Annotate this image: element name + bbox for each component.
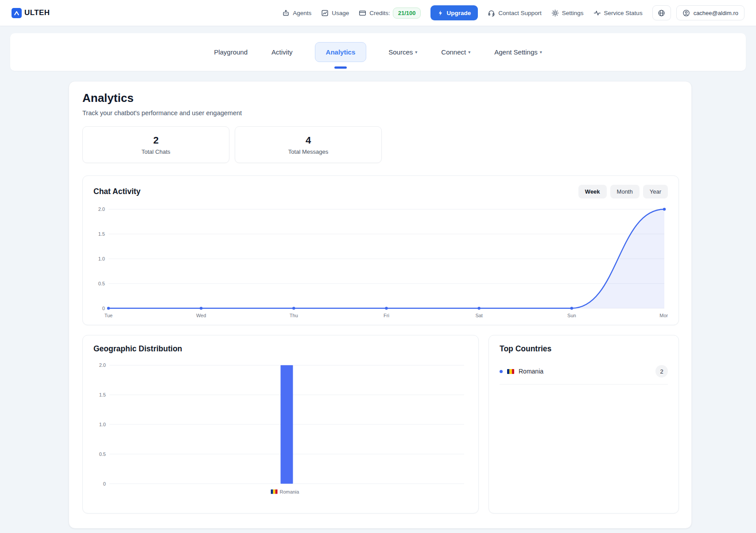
range-week-button[interactable]: Week	[578, 185, 607, 198]
stat-total-chats: 2 Total Chats	[82, 126, 229, 163]
svg-text:1.0: 1.0	[98, 256, 105, 261]
svg-text:0: 0	[102, 306, 105, 311]
svg-text:0: 0	[103, 481, 106, 486]
line-chart-icon	[321, 9, 329, 17]
nav-contact-support-label: Contact Support	[498, 10, 542, 16]
credits-label: Credits:	[369, 10, 390, 16]
tab-bar: Playground Activity Analytics Sources▾ C…	[10, 33, 746, 71]
credits-indicator: Credits: 21/100	[359, 8, 421, 19]
nav-agents[interactable]: Agents	[282, 9, 311, 17]
country-name: Romania	[519, 368, 543, 375]
svg-text:Romania: Romania	[280, 489, 300, 494]
chevron-down-icon: ▾	[415, 50, 417, 54]
chat-activity-panel: Chat Activity Week Month Year 00.51.01.5…	[82, 175, 679, 325]
svg-text:Thu: Thu	[290, 313, 298, 318]
svg-text:2.0: 2.0	[98, 206, 105, 212]
svg-text:Mon: Mon	[659, 313, 668, 318]
range-year-button[interactable]: Year	[643, 185, 668, 198]
nav-agents-label: Agents	[293, 10, 311, 16]
nav-service-status-label: Service Status	[604, 10, 643, 16]
range-toggle-group: Week Month Year	[578, 185, 668, 198]
app-header: ULTEH Agents Usage	[0, 0, 756, 26]
language-button[interactable]	[652, 5, 671, 20]
page-title: Analytics	[82, 91, 678, 105]
brand-logo[interactable]: ULTEH	[12, 8, 50, 18]
globe-icon	[658, 9, 665, 17]
credit-card-icon	[359, 9, 366, 17]
tab-agent-settings[interactable]: Agent Settings▾	[492, 43, 544, 62]
svg-text:0.5: 0.5	[98, 281, 105, 286]
lightning-bolt-icon	[438, 10, 443, 16]
svg-text:1.5: 1.5	[99, 392, 106, 397]
list-item-country: Romania 2	[500, 365, 668, 385]
top-countries-title: Top Countries	[500, 344, 668, 354]
tab-sources-label: Sources	[388, 48, 413, 56]
range-month-button[interactable]: Month	[610, 185, 640, 198]
tab-sources[interactable]: Sources▾	[387, 43, 419, 62]
svg-text:Sun: Sun	[567, 313, 576, 318]
credits-value-badge: 21/100	[393, 8, 421, 19]
svg-text:1.5: 1.5	[98, 231, 105, 237]
stat-total-chats-label: Total Chats	[141, 148, 170, 155]
brand-name: ULTEH	[24, 8, 50, 17]
country-count-badge: 2	[655, 365, 668, 377]
stat-total-messages-value: 4	[306, 135, 311, 146]
nav-settings-label: Settings	[562, 10, 584, 16]
svg-text:Fri: Fri	[384, 313, 389, 318]
page-subtitle: Track your chatbot's performance and use…	[82, 109, 678, 117]
user-email: cachee@aldim.ro	[694, 10, 738, 16]
tab-activity-label: Activity	[271, 48, 293, 56]
tab-playground[interactable]: Playground	[212, 43, 249, 62]
user-account-button[interactable]: cachee@aldim.ro	[676, 5, 744, 20]
analytics-page-card: Analytics Track your chatbot's performan…	[69, 81, 692, 529]
tab-analytics[interactable]: Analytics	[315, 42, 367, 62]
tab-agent-settings-label: Agent Settings	[494, 48, 538, 56]
person-circle-icon	[682, 9, 690, 17]
gear-icon	[551, 9, 559, 17]
brand-logo-icon	[12, 8, 22, 18]
nav-service-status[interactable]: Service Status	[593, 9, 643, 17]
robot-icon	[282, 9, 290, 17]
svg-text:0.5: 0.5	[99, 451, 106, 457]
chat-activity-title: Chat Activity	[93, 187, 140, 196]
nav-contact-support[interactable]: Contact Support	[488, 9, 542, 17]
nav-usage[interactable]: Usage	[321, 9, 349, 17]
stats-row: 2 Total Chats 4 Total Messages	[82, 126, 678, 163]
tab-connect[interactable]: Connect▾	[439, 43, 472, 62]
geographic-distribution-panel: Geographic Distribution 00.51.01.52.0Rom…	[82, 335, 479, 514]
romania-flag-icon	[507, 369, 514, 374]
geographic-distribution-bar-chart: 00.51.01.52.0Romania	[93, 359, 468, 502]
chat-activity-line-chart: 00.51.01.52.0TueWedThuFriSatSunMon	[93, 203, 668, 321]
pulse-icon	[593, 9, 601, 17]
stat-total-messages-label: Total Messages	[288, 148, 328, 155]
svg-text:Sat: Sat	[475, 313, 482, 318]
top-countries-panel: Top Countries Romania 2	[488, 335, 679, 514]
upgrade-label: Upgrade	[446, 10, 471, 16]
tab-activity[interactable]: Activity	[270, 43, 295, 62]
chevron-down-icon: ▾	[540, 50, 542, 54]
bullet-dot-icon	[500, 370, 503, 373]
chevron-down-icon: ▾	[468, 50, 470, 54]
nav-usage-label: Usage	[332, 10, 349, 16]
tab-analytics-label: Analytics	[326, 48, 356, 56]
svg-text:Wed: Wed	[196, 313, 206, 318]
geographic-distribution-title: Geographic Distribution	[93, 344, 468, 354]
upgrade-button[interactable]: Upgrade	[430, 5, 478, 20]
tab-connect-label: Connect	[441, 48, 466, 56]
svg-text:Tue: Tue	[105, 313, 113, 318]
svg-text:2.0: 2.0	[99, 362, 106, 368]
stat-total-chats-value: 2	[153, 135, 159, 146]
tab-playground-label: Playground	[214, 48, 248, 56]
stat-total-messages: 4 Total Messages	[235, 126, 382, 163]
svg-text:1.0: 1.0	[99, 422, 106, 427]
headset-icon	[488, 9, 495, 17]
nav-settings[interactable]: Settings	[551, 9, 584, 17]
